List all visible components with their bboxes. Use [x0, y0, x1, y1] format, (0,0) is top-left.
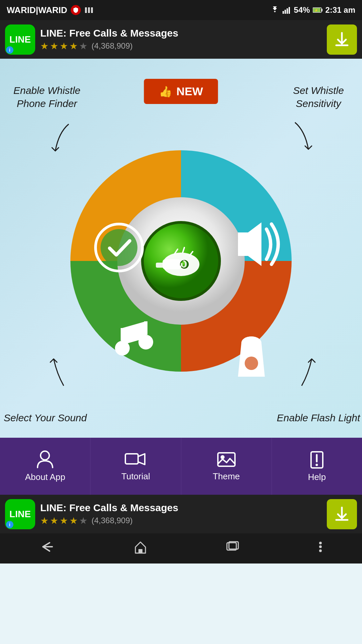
svg-text:⚡: ⚡: [314, 8, 318, 12]
ad-banner-top[interactable]: LINE i LINE: Free Calls & Messages ★ ★ ★…: [0, 20, 362, 59]
info-icon: i: [6, 46, 13, 54]
svg-rect-5: [321, 9, 322, 11]
shield-icon: [71, 5, 81, 15]
main-content: 👍 NEW Enable Whistle Phone Finder Set Wh…: [0, 59, 362, 438]
svg-rect-1: [285, 10, 286, 14]
nav-theme[interactable]: Theme: [181, 438, 272, 495]
svg-rect-28: [125, 454, 138, 464]
svg-rect-12: [156, 263, 164, 268]
star-4: ★: [69, 41, 78, 52]
svg-point-33: [315, 464, 318, 466]
ad-app-title-bottom: LINE: Free Calls & Messages: [40, 502, 322, 514]
checkmark-icon: [96, 224, 142, 271]
rating-count: (4,368,909): [92, 41, 133, 51]
bottom-download-button[interactable]: [327, 499, 357, 529]
back-icon: [40, 541, 55, 553]
thumbs-up-icon: 👍: [159, 85, 172, 98]
theme-label: Theme: [213, 471, 240, 482]
status-right: 54% ⚡ 2:31 am: [270, 5, 355, 15]
carrier-text: WARID|WARID: [7, 5, 67, 15]
image-icon: [217, 451, 236, 468]
time-text: 2:31 am: [325, 5, 355, 15]
svg-point-27: [41, 451, 49, 460]
annotation-set-whistle: Set Whistle Sensitivity: [278, 84, 359, 110]
ad-banner-bottom[interactable]: LINE i LINE: Free Calls & Messages ★ ★ ★…: [0, 495, 362, 533]
tutorial-label: Tutorial: [121, 471, 150, 482]
svg-point-21: [138, 335, 153, 350]
line-app-logo-bottom: LINE i: [5, 499, 35, 529]
menu-dots-icon: [318, 541, 322, 553]
bottom-nav: About App Tutorial Theme Help: [0, 438, 362, 495]
svg-point-25: [241, 336, 261, 350]
exclamation-icon: [309, 450, 324, 469]
info-icon-bottom: i: [6, 521, 13, 528]
home-icon: [134, 540, 147, 554]
status-bar: WARID|WARID ⫿⫿⫿ 54% ⚡ 2:31 am: [0, 0, 362, 20]
star-2: ★: [50, 41, 58, 52]
new-button-label: NEW: [176, 85, 203, 98]
svg-rect-2: [287, 8, 288, 14]
annotation-enable-whistle: Enable Whistle Phone Finder: [7, 84, 87, 110]
barcode-icon: ⫿⫿⫿: [84, 6, 93, 14]
rating-count-bottom: (4,368,909): [92, 516, 133, 525]
svg-text:ω: ω: [176, 256, 187, 270]
help-label: Help: [308, 472, 326, 482]
svg-point-26: [245, 357, 258, 370]
signal-icon: [283, 6, 291, 14]
svg-point-39: [319, 549, 322, 552]
annotation-enable-flash: Enable Flash Light: [277, 411, 360, 424]
svg-point-19: [101, 229, 137, 266]
star-3: ★: [60, 41, 68, 52]
arrow-bottom-left: [47, 354, 74, 387]
svg-point-37: [319, 542, 322, 544]
nav-about-app[interactable]: About App: [0, 438, 90, 495]
home-button[interactable]: [134, 540, 147, 557]
star-5-empty: ★: [79, 41, 87, 52]
wifi-icon: [270, 6, 280, 14]
svg-point-20: [115, 341, 130, 356]
arrow-top-right: [288, 121, 315, 154]
menu-button[interactable]: [318, 541, 322, 556]
svg-rect-3: [289, 7, 290, 14]
svg-rect-0: [283, 11, 284, 14]
wheel-container[interactable]: ω: [54, 133, 308, 388]
rating-stars: ★ ★ ★ ★ ★ (4,368,909): [40, 41, 322, 52]
wheel-svg[interactable]: ω: [54, 133, 308, 388]
svg-rect-34: [138, 549, 142, 553]
download-icon: [334, 31, 350, 48]
line-app-logo: LINE i: [5, 24, 35, 55]
battery-icon: ⚡: [313, 7, 323, 13]
star-1: ★: [40, 41, 49, 52]
annotation-select-sound: Select Your Sound: [3, 411, 87, 424]
ad-app-title: LINE: Free Calls & Messages: [40, 28, 322, 39]
top-download-button[interactable]: [327, 24, 357, 55]
about-app-label: About App: [25, 472, 65, 482]
person-icon: [36, 450, 54, 469]
battery-text: 54%: [294, 5, 310, 15]
new-button[interactable]: 👍 NEW: [144, 79, 218, 104]
svg-rect-29: [218, 453, 235, 466]
nav-help[interactable]: Help: [272, 438, 362, 495]
download-icon-bottom: [334, 506, 350, 523]
ad-info: LINE: Free Calls & Messages ★ ★ ★ ★ ★ (4…: [35, 28, 327, 52]
flashlight-icon: [238, 336, 265, 377]
recents-icon: [226, 541, 239, 553]
arrow-top-left: [49, 122, 75, 156]
ad-info-bottom: LINE: Free Calls & Messages ★ ★ ★ ★ ★ (4…: [35, 502, 327, 526]
svg-point-38: [319, 545, 322, 548]
video-icon: [125, 451, 146, 468]
arrow-bottom-right: [292, 354, 318, 387]
system-nav-bar: [0, 533, 362, 564]
nav-tutorial[interactable]: Tutorial: [90, 438, 181, 495]
back-button[interactable]: [40, 541, 55, 556]
recents-button[interactable]: [226, 541, 239, 556]
rating-stars-bottom: ★ ★ ★ ★ ★ (4,368,909): [40, 515, 322, 526]
